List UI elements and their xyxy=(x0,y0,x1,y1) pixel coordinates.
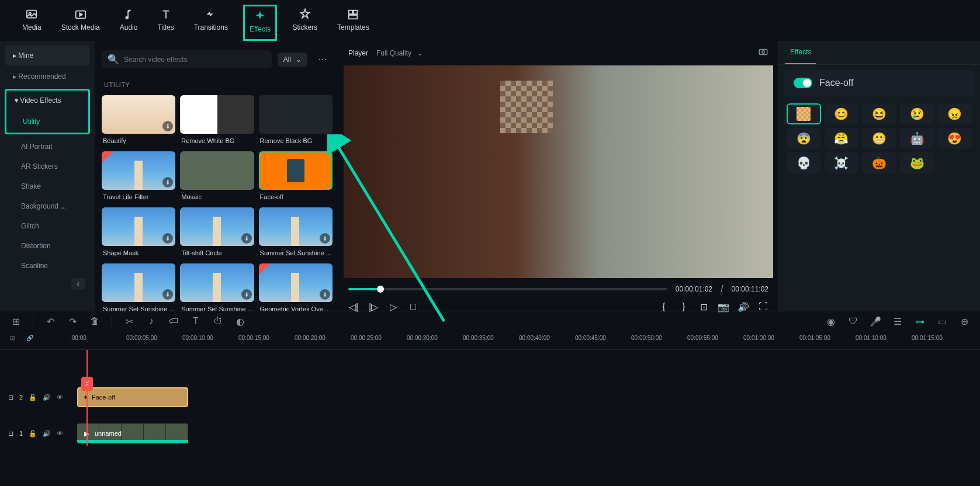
category-mine[interactable]: ▸ Mine xyxy=(5,46,90,65)
face-option-7[interactable]: 😬 xyxy=(862,128,896,149)
track-visibility-button[interactable]: 👁 xyxy=(57,392,63,402)
stop-button[interactable]: □ xyxy=(408,301,418,312)
face-option-9[interactable]: 😍 xyxy=(937,128,972,149)
effect-sunshine-1[interactable]: ⬇Summer Set Sunshine ... xyxy=(259,207,333,256)
clip-video-unnamed[interactable]: ▶ unnamed xyxy=(77,423,188,443)
category-background[interactable]: Background ... xyxy=(5,196,90,216)
track-lock-button[interactable]: 🔓 xyxy=(29,428,37,439)
track-mute-button[interactable]: 🔊 xyxy=(43,392,51,402)
face-option-2[interactable]: 😆 xyxy=(862,103,896,124)
nav-label: Templates xyxy=(337,23,369,32)
nav-media[interactable]: Media xyxy=(18,5,46,41)
play-button[interactable]: ▷ xyxy=(388,301,399,312)
effect-shape-mask[interactable]: ⬇Shape Mask xyxy=(102,207,175,256)
effect-sunshine-2[interactable]: ⬇Summer Set Sunshine ... xyxy=(102,263,175,311)
effect-travel-life-filter[interactable]: ⬇Travel Life Filter xyxy=(102,151,175,200)
category-recommended[interactable]: ▸ Recommended xyxy=(5,67,90,86)
prev-frame-button[interactable]: ◁| xyxy=(348,301,359,312)
audio-tool-button[interactable]: ♪ xyxy=(146,316,157,327)
track-lock-button[interactable]: 🔓 xyxy=(29,392,37,402)
scrubber-handle[interactable] xyxy=(377,286,384,293)
search-box[interactable]: 🔍 xyxy=(102,50,272,68)
face-option-10[interactable]: 💀 xyxy=(787,152,821,173)
effect-geometric-vortex[interactable]: ⬇Geometric Vortex Ove... xyxy=(259,263,333,311)
faceoff-toggle[interactable] xyxy=(794,78,812,88)
face-option-12[interactable]: 🎃 xyxy=(862,152,896,173)
marker-button[interactable]: 🛡 xyxy=(848,316,858,327)
mark-in-button[interactable]: { xyxy=(659,301,669,312)
category-ar-stickers[interactable]: AR Stickers xyxy=(5,157,90,176)
nav-transitions[interactable]: Transitions xyxy=(189,5,233,41)
view-button[interactable]: ▭ xyxy=(937,316,947,327)
tab-effects[interactable]: Effects xyxy=(785,41,816,64)
face-option-5[interactable]: 😨 xyxy=(787,128,821,149)
timeline-overview-button[interactable]: ⊡ xyxy=(7,333,18,343)
filter-dropdown[interactable]: All⌄ xyxy=(278,53,307,67)
fullscreen-button[interactable]: ⛶ xyxy=(758,301,768,312)
snap-button[interactable]: ⊶ xyxy=(915,316,925,327)
media-icon xyxy=(25,8,38,21)
timeline-ruler[interactable]: ⊡ 🔗 :00:00 00:00:05:00 00:00:10:00 00:00… xyxy=(0,331,980,350)
face-option-13[interactable]: 🐸 xyxy=(900,152,934,173)
effect-beautify[interactable]: ⬇Beautify xyxy=(102,95,175,144)
track-mute-button[interactable]: 🔊 xyxy=(43,428,51,439)
category-scanline[interactable]: Scanline xyxy=(5,256,90,276)
category-utility[interactable]: Utility xyxy=(6,112,88,131)
color-button[interactable]: ◐ xyxy=(235,316,245,327)
effect-face-off[interactable]: Face-off xyxy=(259,151,333,200)
face-option-11[interactable]: ☠️ xyxy=(825,152,859,173)
undo-button[interactable]: ↶ xyxy=(45,316,56,327)
redo-button[interactable]: ↷ xyxy=(67,316,78,327)
next-frame-button[interactable]: |▷ xyxy=(368,301,379,312)
player-scrubber[interactable] xyxy=(348,288,667,290)
effect-remove-white-bg[interactable]: Remove White BG xyxy=(180,95,254,144)
render-button[interactable]: ◉ xyxy=(826,316,836,327)
video-preview[interactable] xyxy=(344,65,773,278)
effect-mosaic[interactable]: Mosaic xyxy=(180,151,254,200)
voiceover-button[interactable]: 🎤 xyxy=(870,316,881,327)
effect-tilt-shift-circle[interactable]: ⬇Tilt-shift Circle xyxy=(180,207,254,256)
face-option-4[interactable]: 😠 xyxy=(937,103,972,124)
text-button[interactable]: T xyxy=(191,316,201,327)
cut-button[interactable]: ✂ xyxy=(124,316,134,327)
face-option-6[interactable]: 😤 xyxy=(825,128,859,149)
quality-dropdown[interactable]: Full Quality ⌄ xyxy=(376,49,423,57)
capture-button[interactable]: 📷 xyxy=(718,301,729,312)
speed-button[interactable]: ⏱ xyxy=(213,316,223,327)
tag-button[interactable]: 🏷 xyxy=(168,316,179,327)
category-distortion[interactable]: Distortion xyxy=(5,236,90,256)
sidebar-collapse-button[interactable]: ‹ xyxy=(71,278,85,290)
nav-effects[interactable]: Effects xyxy=(243,5,277,41)
playhead[interactable] xyxy=(86,350,88,446)
category-glitch[interactable]: Glitch xyxy=(5,216,90,236)
category-ai-portrait[interactable]: AI Portrait xyxy=(5,137,90,157)
nav-audio[interactable]: Audio xyxy=(115,5,143,41)
grid-button[interactable]: ⊞ xyxy=(11,316,21,327)
volume-button[interactable]: 🔊 xyxy=(738,301,749,312)
timeline-link-button[interactable]: 🔗 xyxy=(25,333,35,343)
nav-templates[interactable]: Templates xyxy=(333,5,374,41)
mixer-button[interactable]: ☰ xyxy=(892,316,903,327)
mark-out-button[interactable]: } xyxy=(678,301,689,312)
search-input[interactable] xyxy=(124,55,266,64)
effect-remove-black-bg[interactable]: Remove Black BG xyxy=(259,95,333,144)
zoom-out-button[interactable]: ⊖ xyxy=(959,316,969,327)
delete-button[interactable]: 🗑 xyxy=(89,316,100,327)
face-option-pixelated[interactable] xyxy=(787,103,821,124)
face-option-8[interactable]: 🤖 xyxy=(900,128,934,149)
more-button[interactable]: ⋯ xyxy=(313,51,332,67)
effect-sunshine-3[interactable]: ⬇Summer Set Sunshine ... xyxy=(180,263,254,311)
clip-face-off[interactable]: ✦ Face-off xyxy=(77,387,188,407)
playhead-handle[interactable] xyxy=(81,377,93,391)
category-video-effects[interactable]: ▾ Video Effects xyxy=(6,91,88,110)
nav-titles[interactable]: Titles xyxy=(153,5,178,41)
category-shake[interactable]: Shake xyxy=(5,176,90,196)
nav-stickers[interactable]: Stickers xyxy=(288,5,322,41)
nav-stock-media[interactable]: Stock Media xyxy=(57,5,105,41)
snapshot-button[interactable] xyxy=(758,47,768,60)
track-visibility-button[interactable]: 👁 xyxy=(57,428,63,439)
face-options-grid: 😊 😆 😢 😠 😨 😤 😬 🤖 😍 💀 ☠️ 🎃 🐸 xyxy=(778,101,980,176)
face-option-3[interactable]: 😢 xyxy=(900,103,934,124)
display-button[interactable]: ⊡ xyxy=(698,301,709,312)
face-option-1[interactable]: 😊 xyxy=(825,103,859,124)
